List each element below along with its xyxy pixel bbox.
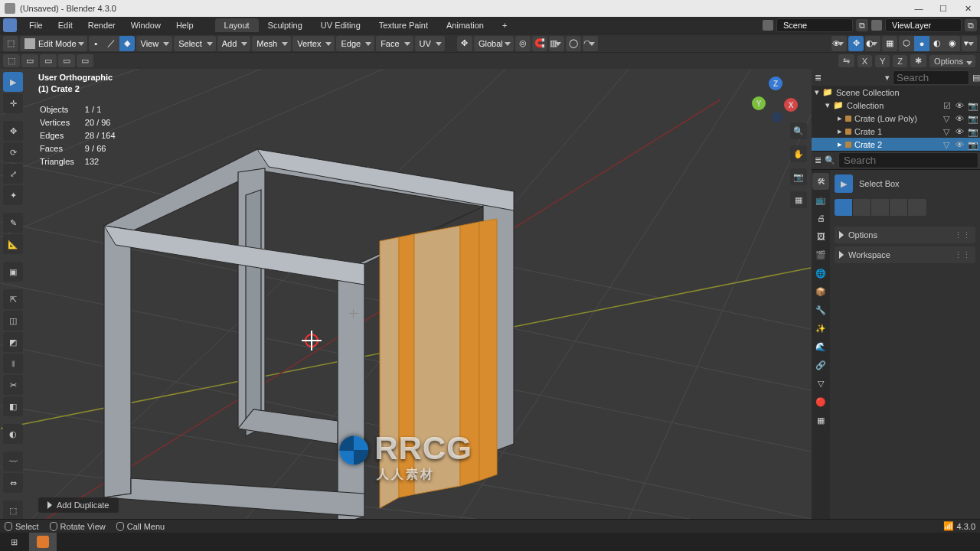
mirror-axis-x[interactable]: X (858, 55, 872, 67)
mesh-display-icon[interactable]: 👁 (831, 36, 847, 51)
select-mode-subtract-icon[interactable] (871, 199, 890, 216)
tool-settings-icon-1[interactable]: ▭ (21, 54, 38, 67)
tool-addcube-icon[interactable]: ▣ (3, 262, 23, 282)
scene-new-icon[interactable]: ⧉ (856, 19, 868, 31)
gizmo-axis-y-icon[interactable]: Y (752, 96, 766, 110)
outliner-type-icon[interactable]: ≣ (815, 73, 822, 83)
tool-settings-icon-3[interactable]: ▭ (58, 54, 75, 67)
wireframe-shading-icon[interactable]: ⬡ (899, 36, 914, 51)
ptab-tool-icon[interactable]: 🛠 (812, 173, 829, 190)
panel-grip-icon[interactable]: ⋮⋮ (954, 230, 971, 240)
outliner-new-collection-icon[interactable]: ▤ (972, 73, 980, 83)
viewport-3d[interactable]: ▶ ✛ ✥ ⟳ ⤢ ✦ ✎ 📐 ▣ ⇱ ◫ ◩ ⦀ ✂ ◧ ◐ 〰 ⇔ ⬚ (0, 69, 812, 519)
select-mode-invert-icon[interactable] (908, 199, 926, 216)
scene-name-field[interactable]: Scene (776, 18, 853, 32)
mesh-data-icon[interactable]: ▽ (943, 114, 952, 123)
menu-file[interactable]: File (21, 18, 51, 32)
outliner-item-crate-1[interactable]: ▸Crate 1 ▽👁📷 (812, 125, 980, 138)
pivot-icon[interactable]: ◎ (515, 36, 531, 51)
tool-scale-icon[interactable]: ⤢ (3, 164, 23, 184)
mode-dropdown[interactable]: Edit Mode (20, 36, 87, 51)
hide-icon[interactable]: 👁 (956, 114, 965, 123)
mesh-data-icon[interactable]: ▽ (943, 127, 952, 136)
vertex-select-icon[interactable]: ▪ (89, 36, 104, 51)
mirror-axis-y[interactable]: Y (875, 55, 890, 67)
header-menu-view[interactable]: View (136, 36, 173, 51)
ptab-constraints-icon[interactable]: 🔗 (812, 357, 829, 373)
toggle-persp-icon[interactable]: ▦ (790, 191, 807, 208)
redo-operator-panel[interactable]: Add Duplicate (38, 497, 119, 513)
select-box-icon[interactable]: ⬚ (3, 54, 20, 67)
ptab-data-icon[interactable]: ▽ (812, 375, 829, 392)
proportional-edit-icon[interactable]: ◯ (566, 36, 581, 51)
menu-help[interactable]: Help (168, 18, 201, 32)
header-menu-face[interactable]: Face (376, 36, 413, 51)
ptab-physics-icon[interactable]: 🌊 (812, 338, 829, 355)
mirror-icon[interactable]: ⇋ (838, 54, 854, 67)
xray-icon[interactable]: ▦ (882, 36, 897, 51)
tool-select-box-icon[interactable]: ▶ (3, 72, 23, 92)
outliner-search-input[interactable] (893, 70, 969, 85)
workspace-tab-layout[interactable]: Layout (215, 18, 259, 32)
gizmo-axis-negz-icon[interactable] (772, 112, 782, 122)
ptab-scene-icon[interactable]: 🎬 (812, 246, 829, 263)
panel-options[interactable]: Options⋮⋮ (835, 227, 975, 243)
navigation-gizmo[interactable]: Z Y X (752, 77, 798, 122)
minimize-button[interactable]: — (906, 0, 931, 17)
select-mode-extend-icon[interactable] (853, 199, 871, 216)
ptab-material-icon[interactable]: 🔴 (812, 393, 829, 410)
tool-bevel-icon[interactable]: ◩ (3, 332, 23, 352)
tool-extrude-icon[interactable]: ⇱ (3, 289, 23, 309)
panel-workspace[interactable]: Workspace⋮⋮ (835, 246, 975, 263)
header-menu-edge[interactable]: Edge (336, 36, 374, 51)
mirror-axis-z[interactable]: Z (893, 55, 907, 67)
disable-render-icon[interactable]: 📷 (968, 114, 977, 123)
close-button[interactable]: ✕ (956, 0, 980, 17)
workspace-tab-texturepaint[interactable]: Texture Paint (370, 18, 437, 32)
tool-edgeslide-icon[interactable]: ⇔ (3, 473, 23, 493)
header-menu-select[interactable]: Select (174, 36, 216, 51)
tool-move-icon[interactable]: ✥ (3, 121, 23, 141)
properties-type-icon[interactable]: ≣ (815, 155, 822, 165)
disable-render-icon[interactable]: 📷 (968, 127, 977, 136)
hide-icon[interactable]: 👁 (956, 140, 965, 149)
pan-icon[interactable]: ✋ (790, 145, 807, 162)
start-menu-icon[interactable]: ⊞ (0, 533, 28, 551)
workspace-tab-sculpting[interactable]: Sculpting (259, 18, 312, 32)
menu-render[interactable]: Render (80, 18, 123, 32)
header-menu-add[interactable]: Add (217, 36, 251, 51)
snap-icon[interactable]: 🧲 (532, 36, 547, 51)
ptab-texture-icon[interactable]: ▦ (812, 412, 829, 429)
ptab-render-icon[interactable]: 📺 (812, 191, 829, 208)
tool-annotate-icon[interactable]: ✎ (3, 213, 23, 233)
ptab-world-icon[interactable]: 🌐 (812, 265, 829, 282)
mesh-data-icon[interactable]: ▽ (943, 140, 952, 149)
face-select-icon[interactable]: ◆ (119, 36, 135, 51)
hide-icon[interactable]: 👁 (956, 127, 965, 136)
tool-spin-icon[interactable]: ◐ (3, 424, 23, 444)
select-mode-set-icon[interactable] (835, 199, 853, 216)
automerge-icon[interactable]: ✱ (910, 54, 926, 67)
ptab-object-icon[interactable]: 📦 (812, 283, 829, 300)
header-menu-uv[interactable]: UV (415, 36, 445, 51)
workspace-tab-uvediting[interactable]: UV Editing (312, 18, 370, 32)
ptab-viewlayer-icon[interactable]: 🖼 (812, 228, 829, 245)
maximize-button[interactable]: ☐ (931, 0, 956, 17)
edge-select-icon[interactable]: ／ (104, 36, 119, 51)
tool-settings-icon-4[interactable]: ▭ (77, 54, 93, 67)
transform-orientation-dropdown[interactable]: Global (474, 36, 514, 51)
options-dropdown[interactable]: Options (929, 55, 975, 67)
show-gizmo-icon[interactable]: ✥ (848, 36, 864, 51)
outliner-item-crate-lowpoly[interactable]: ▸Crate (Low Poly) ▽👁📷 (812, 112, 980, 125)
tool-shrink-icon[interactable]: ⬚ (3, 500, 23, 519)
properties-search-input[interactable] (838, 152, 978, 168)
panel-grip-icon[interactable]: ⋮⋮ (954, 250, 971, 260)
menu-window[interactable]: Window (123, 18, 168, 32)
menu-edit[interactable]: Edit (51, 18, 80, 32)
snap-options-icon[interactable]: ▥ (549, 36, 564, 51)
viewlayer-new-icon[interactable]: ⧉ (965, 19, 977, 31)
header-menu-mesh[interactable]: Mesh (252, 36, 291, 51)
tool-loopcut-icon[interactable]: ⦀ (3, 354, 23, 373)
workspace-tab-add[interactable]: + (493, 18, 516, 32)
workspace-tab-animation[interactable]: Animation (437, 18, 493, 32)
